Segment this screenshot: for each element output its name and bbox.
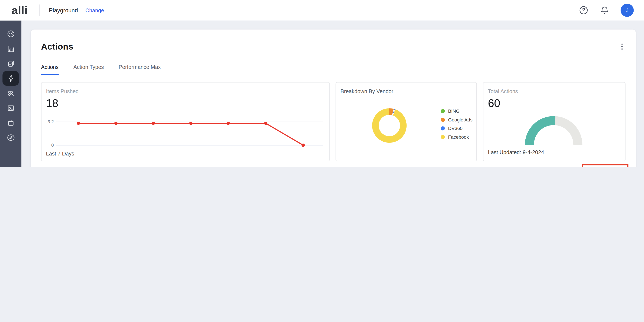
tab-divider [31, 75, 636, 75]
tab-performance-max[interactable]: Performance Max [118, 64, 161, 75]
legend-dot-facebook [440, 135, 445, 139]
alli-logo: alli [0, 4, 40, 16]
workspace-name: Playground [49, 7, 78, 14]
items-pushed-card: Items Pushed 18 3.2 0 Last 7 Days [41, 82, 330, 161]
shopping-bag-icon [6, 118, 15, 127]
top-bar: alli Playground Change J [0, 0, 644, 20]
avatar[interactable]: J [620, 3, 634, 17]
tab-actions[interactable]: Actions [41, 64, 58, 75]
sidebar [0, 20, 21, 167]
sidebar-item-actions[interactable] [2, 71, 19, 86]
vendor-legend: BING Google Ads DV360 Facebook [440, 109, 472, 140]
sidebar-item-audience[interactable] [2, 86, 19, 100]
change-workspace-link[interactable]: Change [86, 7, 104, 13]
tab-action-types[interactable]: Action Types [74, 64, 104, 75]
sidebar-item-shopping[interactable] [2, 115, 19, 130]
app-window: alli Playground Change J [0, 0, 644, 167]
vendor-breakdown-card: Breakdown By Vendor BING Google Ads DV36… [336, 82, 477, 161]
highlight-annotation [582, 164, 628, 167]
last-updated-text: Last Updated: 9-4-2024 [488, 149, 544, 156]
bar-chart-icon [6, 44, 15, 53]
sidebar-item-reports[interactable] [2, 41, 19, 56]
total-actions-value: 60 [488, 97, 500, 110]
legend-item-google-ads: Google Ads [440, 117, 472, 122]
legend-dot-bing [440, 109, 445, 113]
speedometer-icon [6, 29, 15, 38]
header-divider [40, 4, 40, 16]
compass-icon [6, 133, 15, 142]
legend-dot-dv360 [440, 126, 445, 130]
page-title: Actions [41, 42, 73, 52]
actions-panel: Actions Actions Action Types Performance… [31, 29, 636, 167]
bell-icon[interactable] [600, 5, 610, 15]
total-actions-label: Total Actions [488, 88, 518, 94]
help-icon[interactable] [578, 5, 588, 15]
items-pushed-line-chart [56, 118, 323, 149]
panel-menu-kebab-icon[interactable] [622, 43, 623, 50]
sidebar-item-media[interactable] [2, 100, 19, 115]
sidebar-item-tasks[interactable] [2, 56, 19, 71]
lightning-bolt-icon [6, 74, 15, 83]
total-actions-gauge [525, 116, 582, 145]
vendor-donut-chart [372, 108, 406, 143]
sidebar-item-dashboard[interactable] [2, 26, 19, 41]
vendor-breakdown-title: Breakdown By Vendor [340, 88, 393, 94]
items-pushed-value: 18 [46, 97, 58, 110]
legend-item-bing: BING [440, 109, 472, 114]
legend-dot-google-ads [440, 118, 445, 122]
y-tick-zero: 0 [43, 143, 54, 148]
tab-bar: Actions Action Types Performance Max [41, 64, 161, 75]
users-icon [6, 89, 15, 97]
legend-item-facebook: Facebook [440, 135, 472, 140]
total-actions-card: Total Actions 60 Last Updated: 9-4-2024 [483, 82, 626, 161]
items-pushed-footer: Last 7 Days [46, 151, 74, 157]
image-icon [6, 104, 15, 112]
sidebar-item-explore[interactable] [2, 130, 19, 145]
legend-item-dv360: DV360 [440, 126, 472, 131]
clipboard-check-icon [6, 59, 15, 68]
y-tick-top: 3.2 [43, 119, 54, 124]
items-pushed-label: Items Pushed [46, 88, 78, 94]
